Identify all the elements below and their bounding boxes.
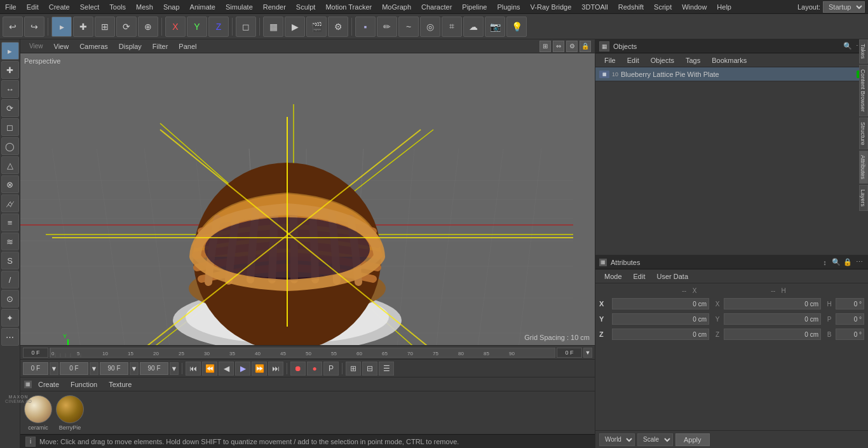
- menu-plugins[interactable]: Plugins: [492, 2, 525, 12]
- obj-mgr-menu-tags[interactable]: Tags: [681, 55, 705, 65]
- left-tool-3[interactable]: ⟳: [1, 99, 19, 117]
- menu-window[interactable]: Window: [677, 2, 712, 12]
- end-frame-input-1[interactable]: [100, 362, 128, 375]
- object-mode-btn[interactable]: ◻: [236, 17, 256, 37]
- menu-vray[interactable]: V-Ray Bridge: [526, 2, 577, 12]
- menu-script[interactable]: Script: [649, 2, 677, 12]
- current-frame-input[interactable]: [60, 362, 88, 375]
- viewport-menu-panel[interactable]: Panel: [173, 41, 201, 51]
- material-berrypie[interactable]: BerryPie: [56, 395, 84, 431]
- menu-edit[interactable]: Edit: [22, 2, 44, 12]
- menu-help[interactable]: Help: [712, 2, 736, 12]
- timeline-settings-btn[interactable]: ▼: [583, 348, 592, 358]
- obj-mgr-search-icon[interactable]: 🔍: [843, 41, 853, 51]
- left-tool-5[interactable]: ◯: [1, 137, 19, 155]
- side-tab-structure[interactable]: Structure: [859, 118, 868, 150]
- viewport-expand-icon[interactable]: ⊞: [539, 41, 551, 52]
- record-btn[interactable]: ⏺: [290, 362, 306, 376]
- left-tool-0[interactable]: ▸: [1, 42, 19, 60]
- left-tool-4[interactable]: ◻: [1, 118, 19, 136]
- viewport-lock-icon[interactable]: 🔒: [580, 41, 591, 52]
- viewport-menu-filter[interactable]: Filter: [147, 41, 173, 51]
- viewport-menu-cameras[interactable]: Cameras: [74, 41, 113, 51]
- attr-z-size[interactable]: [724, 329, 821, 340]
- menu-select[interactable]: Select: [75, 2, 105, 12]
- object-row-0[interactable]: ▦ 10 Blueberry Lattice Pie With Plate: [595, 67, 868, 81]
- attr-b-rot[interactable]: [836, 329, 864, 340]
- viewport-nav-icon[interactable]: ⇔: [553, 41, 564, 52]
- deform-tool[interactable]: ⌗: [442, 17, 462, 37]
- camera-tool[interactable]: 📷: [485, 17, 505, 37]
- viewport-menu-view[interactable]: View: [49, 41, 74, 51]
- viewport-menu-display[interactable]: Display: [114, 41, 147, 51]
- side-tab-attributes[interactable]: Attributes: [859, 151, 868, 184]
- attr-z-pos[interactable]: [612, 329, 709, 340]
- attr-x-pos[interactable]: [612, 298, 709, 309]
- left-tool-10[interactable]: ≋: [1, 233, 19, 250]
- goto-end-btn[interactable]: ⏭: [268, 362, 283, 376]
- menu-motion-tracker[interactable]: Motion Tracker: [320, 2, 377, 12]
- menu-snap[interactable]: Snap: [158, 2, 185, 12]
- select-tool[interactable]: ▸: [51, 17, 72, 37]
- mat-menu-function[interactable]: Function: [65, 379, 102, 390]
- side-tab-content-browser[interactable]: Content Browser: [859, 65, 868, 116]
- move-tool[interactable]: ✚: [73, 17, 93, 37]
- menu-file[interactable]: File: [0, 2, 22, 12]
- cube-tool[interactable]: ▪: [355, 17, 376, 37]
- obj-mgr-menu-file[interactable]: File: [599, 55, 621, 65]
- playback-extra-2[interactable]: ⊟: [362, 362, 377, 376]
- attr-arrows-icon[interactable]: ↕: [820, 257, 830, 268]
- menu-pipeline[interactable]: Pipeline: [457, 2, 492, 12]
- start-frame-input[interactable]: [23, 362, 48, 375]
- menu-character[interactable]: Character: [416, 2, 457, 12]
- play-btn[interactable]: ▶: [235, 362, 250, 376]
- nurbs-tool[interactable]: ◎: [420, 17, 440, 37]
- attr-menu-userdata[interactable]: User Data: [652, 271, 694, 282]
- menu-render[interactable]: Render: [258, 2, 291, 12]
- left-tool-13[interactable]: ⊙: [1, 290, 19, 308]
- goto-start-btn[interactable]: ⏮: [186, 362, 201, 376]
- start-frame-arrow[interactable]: ▼: [50, 362, 58, 375]
- env-tool[interactable]: ☁: [463, 17, 484, 37]
- attr-y-pos[interactable]: [612, 313, 709, 325]
- viewport-settings-icon[interactable]: ⚙: [566, 41, 578, 52]
- side-tab-layers[interactable]: Layers: [859, 185, 868, 211]
- rotate-tool[interactable]: ⟳: [116, 17, 137, 37]
- preview-btn[interactable]: P: [323, 362, 339, 376]
- attr-panel-icon[interactable]: ▦: [599, 259, 607, 266]
- render-region-btn[interactable]: ▦: [263, 17, 283, 37]
- left-tool-9[interactable]: ≡: [1, 214, 19, 231]
- attr-search-icon[interactable]: 🔍: [831, 257, 841, 268]
- left-tool-1[interactable]: ✚: [1, 61, 19, 79]
- attr-menu-edit[interactable]: Edit: [628, 271, 651, 282]
- y-axis-btn[interactable]: Y: [187, 17, 207, 37]
- end-frame-arrow-1[interactable]: ▼: [130, 362, 139, 375]
- left-tool-8[interactable]: ⌭: [1, 194, 19, 212]
- x-axis-btn[interactable]: X: [165, 17, 186, 37]
- mat-panel-icon[interactable]: ▦: [24, 381, 32, 388]
- attr-menu-mode[interactable]: Mode: [599, 271, 627, 282]
- menu-sculpt[interactable]: Sculpt: [291, 2, 321, 12]
- playback-extra-3[interactable]: ☰: [379, 362, 394, 376]
- left-tool-7[interactable]: ⊗: [1, 175, 19, 193]
- attr-y-size[interactable]: [724, 313, 821, 325]
- mat-menu-create[interactable]: Create: [33, 379, 64, 390]
- render-active-btn[interactable]: ▶: [285, 17, 305, 37]
- attr-more-icon[interactable]: ⋯: [854, 257, 864, 268]
- menu-simulate[interactable]: Simulate: [220, 2, 258, 12]
- record-auto-btn[interactable]: ●: [307, 362, 322, 376]
- transform-tool[interactable]: ⊕: [138, 17, 158, 37]
- obj-mgr-tab-icon[interactable]: ▦: [599, 41, 609, 51]
- menu-redshift[interactable]: Redshift: [613, 2, 649, 12]
- light-tool[interactable]: 💡: [506, 17, 527, 37]
- step-fwd-btn[interactable]: ⏩: [252, 362, 267, 376]
- status-icon[interactable]: i: [25, 437, 36, 447]
- step-back-btn[interactable]: ⏪: [202, 362, 217, 376]
- attr-lock-icon[interactable]: 🔒: [843, 257, 853, 268]
- left-tool-15[interactable]: ⋯: [1, 328, 19, 346]
- menu-mesh[interactable]: Mesh: [131, 2, 158, 12]
- mat-menu-texture[interactable]: Texture: [104, 379, 137, 390]
- current-frame-arrow[interactable]: ▼: [90, 362, 98, 375]
- scale-tool[interactable]: ⊞: [95, 17, 115, 37]
- left-tool-14[interactable]: ✦: [1, 309, 19, 327]
